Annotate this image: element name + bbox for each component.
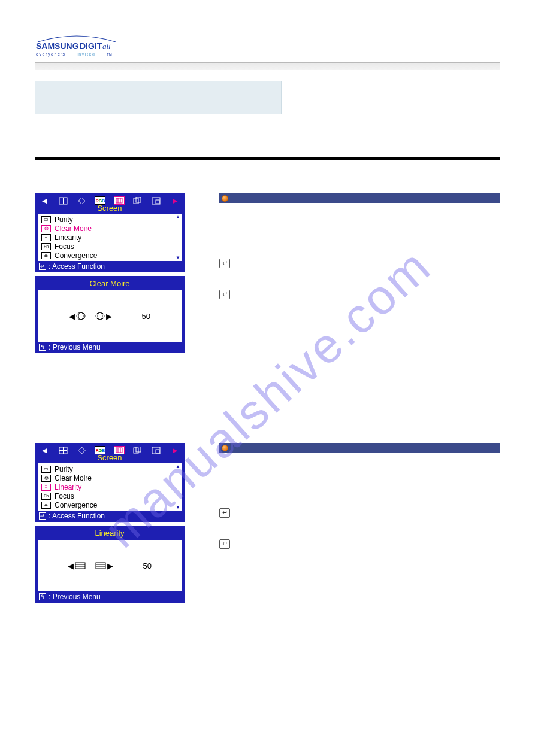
osd-footer: ↵: Access Function xyxy=(35,511,184,521)
osd-footer: ↰: Previous Menu xyxy=(35,591,184,602)
adjust-value: 50 xyxy=(135,312,150,321)
adjust-title: Clear Moire xyxy=(35,277,184,290)
list-item[interactable]: ▭Purity xyxy=(38,464,182,473)
triangle-right-icon[interactable]: ▶ xyxy=(170,446,180,454)
step-item: ↵ xyxy=(219,290,500,299)
enter-key-icon: ↵ xyxy=(39,263,46,270)
section-heading-bar xyxy=(219,193,500,203)
osd-adjust-panel: Linearity ◀ ▶ 50 ↰: Previous Menu xyxy=(35,526,185,603)
list-item[interactable]: FhFocus xyxy=(38,491,182,500)
pip-icon[interactable] xyxy=(151,446,162,454)
instruction-steps: ↵ ↵ xyxy=(219,259,500,299)
section-heading-bar xyxy=(219,443,500,453)
list-item[interactable]: FhFocus xyxy=(38,242,182,251)
osd-panel-screen: ◀ RGB ▶ Screen ▲▼ ▭Purity ◍Clear Moire ≡… xyxy=(35,443,185,522)
convergence-icon: ⩩ xyxy=(41,252,51,259)
svg-rect-29 xyxy=(75,563,85,569)
pip-icon[interactable] xyxy=(151,196,162,205)
list-label: Purity xyxy=(55,465,73,473)
footer-rule xyxy=(35,687,500,687)
osd-title: Screen xyxy=(35,453,184,463)
osd-footer: ↰: Previous Menu xyxy=(35,342,184,353)
logo-brand-main: SAMSUNG xyxy=(36,41,79,51)
position-icon[interactable] xyxy=(58,196,68,205)
osd-adjust-panel: Clear Moire ◀ ▶ 50 ↰: Previous Menu xyxy=(35,276,185,353)
position-icon[interactable] xyxy=(58,446,68,454)
bullet-icon xyxy=(222,445,228,451)
bullet-icon xyxy=(222,195,228,202)
focus-icon: Fh xyxy=(41,243,51,250)
list-label: Clear Moire xyxy=(55,474,92,482)
purity-icon: ▭ xyxy=(41,216,51,223)
enter-key-icon: ↵ xyxy=(219,508,230,518)
decrease-control[interactable]: ◀ xyxy=(69,312,86,321)
svg-point-17 xyxy=(98,312,102,320)
svg-rect-14 xyxy=(156,200,159,204)
list-item[interactable]: ⩩Convergence xyxy=(38,251,182,260)
list-label: Clear Moire xyxy=(55,224,92,233)
list-item[interactable]: ▭Purity xyxy=(38,215,182,224)
list-label: Convergence xyxy=(55,501,97,509)
description-text xyxy=(219,463,500,493)
advanced-icon[interactable] xyxy=(132,446,143,454)
step-item: ↵ xyxy=(219,539,500,549)
osd-footer: ↵: Access Function xyxy=(35,261,184,272)
list-label: Linearity xyxy=(55,233,81,242)
enter-key-icon: ↵ xyxy=(219,290,230,299)
instruction-steps: ↵ ↵ xyxy=(219,508,500,549)
svg-text:DIGIT: DIGIT xyxy=(80,41,102,51)
triangle-right-icon[interactable]: ▶ xyxy=(170,196,180,205)
svg-rect-8 xyxy=(116,198,122,203)
osd-menu-list: ▲▼ ▭Purity ◍Clear Moire ≡Linearity FhFoc… xyxy=(38,463,182,511)
osd-panel-screen: ◀ RGB ▶ Screen ▲▼ ▭Purity ◍Clear Moire ≡… xyxy=(35,193,185,272)
svg-rect-22 xyxy=(116,448,122,453)
moire-icon: ◍ xyxy=(41,475,51,482)
linearity-icon: ≡ xyxy=(41,234,51,241)
enter-key-icon: ↵ xyxy=(39,512,46,520)
scroll-up-icon[interactable]: ▲ xyxy=(176,464,180,469)
svg-point-16 xyxy=(77,312,85,320)
list-label: Purity xyxy=(55,215,73,224)
header-banner-right xyxy=(282,81,500,114)
description-text xyxy=(219,214,500,243)
list-label: Convergence xyxy=(55,251,97,260)
scroll-down-icon[interactable]: ▼ xyxy=(176,255,180,260)
linearity-icon: ≡ xyxy=(41,484,51,491)
increase-control[interactable]: ▶ xyxy=(95,312,112,321)
enter-key-icon: ↵ xyxy=(219,259,230,268)
double-rule xyxy=(35,157,500,160)
increase-control[interactable]: ▶ xyxy=(95,561,113,570)
svg-point-18 xyxy=(96,312,104,320)
back-key-icon: ↰ xyxy=(39,344,46,351)
scroll-down-icon[interactable]: ▼ xyxy=(176,505,180,510)
list-item[interactable]: ⩩Convergence xyxy=(38,500,182,509)
size-icon[interactable] xyxy=(76,446,87,454)
adjust-value: 50 xyxy=(136,561,152,570)
triangle-left-icon[interactable]: ◀ xyxy=(39,446,50,454)
list-label: Linearity xyxy=(55,483,81,491)
svg-text:everyone's: everyone's xyxy=(36,52,66,57)
decrease-control[interactable]: ◀ xyxy=(68,561,86,570)
svg-text:TM: TM xyxy=(107,53,112,56)
list-item[interactable]: ≡Linearity xyxy=(38,482,182,491)
list-item[interactable]: ◍Clear Moire xyxy=(38,473,182,482)
header-banner xyxy=(35,81,500,114)
header-banner-left xyxy=(35,81,282,114)
adjust-title: Linearity xyxy=(35,526,184,540)
triangle-left-icon[interactable]: ◀ xyxy=(39,196,50,205)
adjust-body: ◀ ▶ 50 xyxy=(38,290,182,342)
list-label: Focus xyxy=(55,492,74,500)
list-item[interactable]: ≡Linearity xyxy=(38,233,182,242)
scroll-up-icon[interactable]: ▲ xyxy=(176,214,180,220)
purity-icon: ▭ xyxy=(41,466,51,473)
convergence-icon: ⩩ xyxy=(41,502,51,509)
top-divider-bar xyxy=(35,62,500,70)
moire-icon: ◍ xyxy=(41,225,51,232)
step-item: ↵ xyxy=(219,508,500,518)
size-icon[interactable] xyxy=(76,196,87,205)
svg-rect-28 xyxy=(156,450,159,453)
advanced-icon[interactable] xyxy=(132,196,143,205)
list-item[interactable]: ◍Clear Moire xyxy=(38,224,182,233)
back-key-icon: ↰ xyxy=(39,593,46,600)
svg-text:invited: invited xyxy=(77,52,95,56)
